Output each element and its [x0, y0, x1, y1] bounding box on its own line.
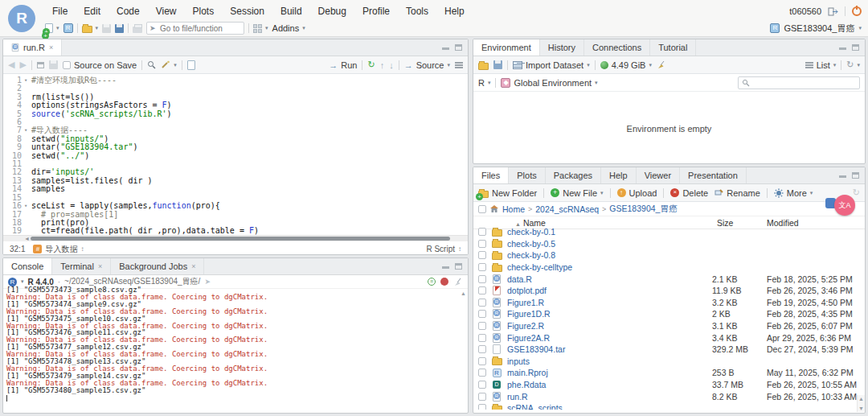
delete-button[interactable]: ×Delete [670, 188, 708, 198]
compile-report-icon[interactable] [187, 60, 195, 70]
row-checkbox[interactable] [478, 345, 486, 353]
row-checkbox[interactable] [478, 299, 486, 307]
file-row[interactable]: GSE183904.tar329.2 MBDec 27, 2024, 5:39 … [478, 344, 865, 356]
pane-layout-button[interactable]: ▾ [253, 24, 268, 33]
source-on-save-checkbox[interactable] [63, 61, 71, 69]
run-button[interactable]: →Run [329, 60, 357, 70]
rerun-icon[interactable]: ↻ [367, 60, 375, 70]
language-selector[interactable]: R▾ [478, 78, 490, 88]
row-checkbox[interactable] [478, 393, 486, 401]
row-checkbox[interactable] [478, 228, 486, 236]
breadcrumb-item-home[interactable]: Home [502, 204, 525, 214]
maximize-icon[interactable] [852, 172, 859, 179]
environment-selector[interactable]: ◆ Global Environment ▾ [501, 78, 597, 88]
scrollbar-thumb[interactable] [31, 237, 450, 241]
tab-run-r[interactable]: run.R × [3, 39, 62, 56]
row-checkbox[interactable] [478, 357, 486, 365]
print-button[interactable] [133, 27, 142, 33]
code-line[interactable]: 13 samples=list.files( dir ) [3, 177, 468, 185]
code-editor[interactable]: 1▾#清空环境加载R包----2 3 rm(list=ls())4 option… [3, 74, 468, 235]
menu-edit[interactable]: Edit [76, 4, 108, 19]
more-button[interactable]: More▾ [774, 188, 813, 198]
go-next-section-icon[interactable]: ↓ [389, 60, 394, 70]
row-checkbox[interactable] [478, 263, 486, 271]
file-row[interactable]: Figure2.R3.1 KBFeb 26, 2025, 6:07 PM [478, 320, 865, 332]
row-checkbox[interactable] [478, 322, 486, 330]
file-row[interactable]: Dphe.Rdata33.7 MBFeb 26, 2025, 10:55 AM [478, 379, 865, 391]
file-name[interactable]: check-by-0.8 [507, 250, 707, 260]
file-name[interactable]: check-by-0.1 [507, 227, 707, 237]
new-blank-file-button[interactable]: +New File▾ [551, 188, 603, 198]
save-button[interactable] [102, 24, 111, 33]
new-project-button[interactable]: R [63, 23, 73, 33]
search-icon[interactable] [147, 60, 156, 69]
file-name[interactable]: Figure2A.R [507, 333, 707, 343]
row-checkbox[interactable] [478, 334, 486, 342]
refresh-files-icon[interactable]: ↻ [853, 187, 860, 198]
memory-usage-button[interactable]: 4.49 GiB ▾ [600, 60, 652, 70]
console-caret[interactable] [6, 395, 7, 402]
file-name[interactable]: scRNA_scripts [507, 403, 707, 410]
sign-out-icon[interactable] [828, 7, 838, 16]
environment-tab-environment[interactable]: Environment [473, 39, 540, 56]
environment-tab-connections[interactable]: Connections [584, 39, 650, 56]
quit-session-icon[interactable] [852, 6, 862, 16]
breadcrumb-item-gse183904-[interactable]: GSE183904_胃癌 [609, 204, 677, 215]
source-button[interactable]: →Source▾ [404, 60, 450, 70]
menu-debug[interactable]: Debug [311, 4, 354, 19]
file-name[interactable]: GSE183904.tar [507, 344, 707, 354]
file-row[interactable]: check-by-0.1 [478, 226, 865, 238]
menu-build[interactable]: Build [273, 4, 309, 19]
rename-button[interactable]: Rename [714, 188, 760, 198]
save-source-button[interactable] [49, 60, 58, 69]
files-tab-plots[interactable]: Plots [509, 167, 545, 183]
file-row[interactable]: Figure1D.R2 KBFeb 28, 2025, 4:35 PM [478, 308, 865, 320]
clear-environment-icon[interactable] [657, 60, 666, 69]
row-checkbox[interactable] [478, 310, 486, 318]
file-name[interactable]: check-by-0.5 [507, 239, 707, 249]
addins-button[interactable]: Addins▾ [272, 23, 305, 33]
list-view-button[interactable]: List ▾ [805, 60, 837, 70]
goto-directory-icon[interactable]: ➤ [204, 278, 211, 286]
menu-help[interactable]: Help [437, 4, 472, 19]
file-row[interactable]: scRNA_scripts [478, 402, 865, 410]
import-dataset-button[interactable]: Import Dataset ▾ [513, 60, 590, 70]
environment-search[interactable] [738, 76, 860, 89]
code-line[interactable]: 1▾#清空环境加载R包---- [3, 76, 468, 84]
menu-view[interactable]: View [149, 4, 184, 19]
files-scrollbar[interactable]: ▲ ▼ [857, 395, 865, 412]
file-name[interactable]: check-by-celltype [507, 262, 707, 272]
horizontal-scrollbar[interactable]: ◄ [3, 235, 468, 241]
console-output[interactable]: [1] "GSM5573473_sample8.csv.gz"Warning: … [3, 286, 468, 407]
maximize-icon[interactable] [455, 44, 462, 51]
file-row[interactable]: Figure1.R3.2 KBFeb 19, 2025, 4:50 PM [478, 297, 865, 309]
row-checkbox[interactable] [478, 369, 486, 377]
file-row[interactable]: check-by-0.5 [478, 238, 865, 250]
scroll-down-icon[interactable]: ▼ [858, 406, 864, 411]
menu-file[interactable]: File [45, 4, 75, 19]
minimize-icon[interactable] [442, 44, 449, 51]
menu-profile[interactable]: Profile [355, 4, 397, 19]
scroll-up-icon[interactable]: ▲ [858, 396, 864, 402]
files-tab-help[interactable]: Help [601, 167, 637, 183]
file-row[interactable]: Rmain.Rproj253 BMay 11, 2025, 6:32 PM [478, 367, 865, 379]
file-name[interactable]: Figure2.R [507, 321, 707, 331]
row-checkbox[interactable] [478, 381, 486, 389]
scroll-left-icon[interactable]: ◄ [24, 236, 30, 241]
doc-type-menu[interactable]: R Script ↕ [426, 245, 461, 253]
save-all-button[interactable] [115, 24, 124, 33]
open-file-button[interactable]: ▾ [82, 23, 99, 33]
home-icon[interactable] [489, 204, 499, 213]
console-tab-background-jobs[interactable]: Background Jobs× [111, 258, 204, 274]
code-line[interactable]: 14 samples [3, 185, 468, 193]
file-row[interactable]: check-by-celltype [478, 262, 865, 274]
file-name[interactable]: dotplot.pdf [507, 286, 707, 295]
row-checkbox[interactable] [478, 251, 486, 259]
breadcrumb-item-2024-scrnaseq[interactable]: 2024_scRNAseq [535, 204, 599, 214]
fold-icon[interactable]: ▾ [24, 126, 31, 134]
scroll-up-icon[interactable]: ▲ [461, 290, 466, 296]
section-jump-menu[interactable]: # 导入数据 ↕ [33, 244, 84, 255]
file-row[interactable]: check-by-0.8 [478, 249, 865, 262]
forward-icon[interactable]: ▶ [19, 60, 26, 70]
environment-tab-history[interactable]: History [540, 39, 584, 56]
